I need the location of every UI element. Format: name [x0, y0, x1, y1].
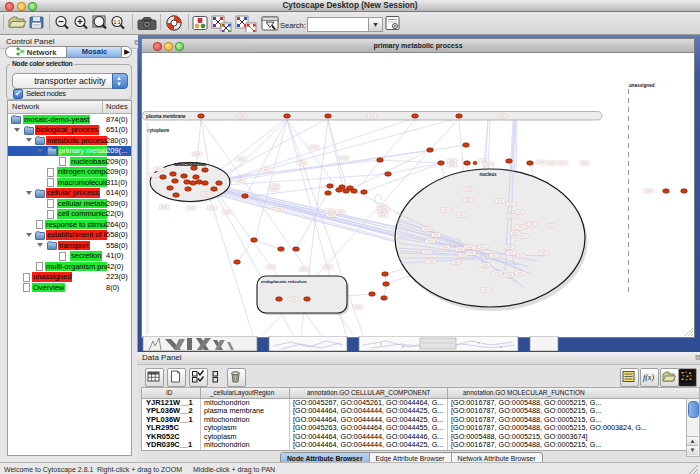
- svg-text:f(x): f(x): [643, 373, 654, 382]
- svg-text:unassigned: unassigned: [629, 83, 655, 88]
- svg-text:nucleus: nucleus: [479, 172, 497, 177]
- svg-text:plasma membrane: plasma membrane: [146, 114, 186, 119]
- svg-text:1:1: 1:1: [114, 19, 121, 25]
- svg-text:endoplasmic reticulum: endoplasmic reticulum: [261, 279, 307, 284]
- svg-text:cytoplasm: cytoplasm: [147, 128, 169, 133]
- svg-text:mitochondrion: mitochondrion: [174, 162, 206, 167]
